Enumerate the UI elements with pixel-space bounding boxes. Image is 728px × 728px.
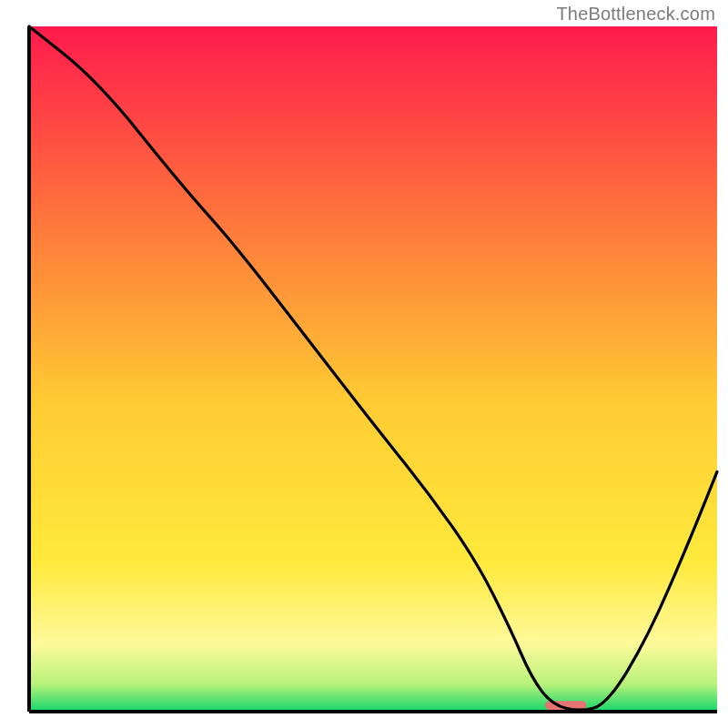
- chart-container: TheBottleneck.com: [0, 0, 728, 728]
- gradient-background: [29, 26, 717, 712]
- bottleneck-chart: [0, 0, 728, 728]
- watermark-text: TheBottleneck.com: [556, 4, 715, 25]
